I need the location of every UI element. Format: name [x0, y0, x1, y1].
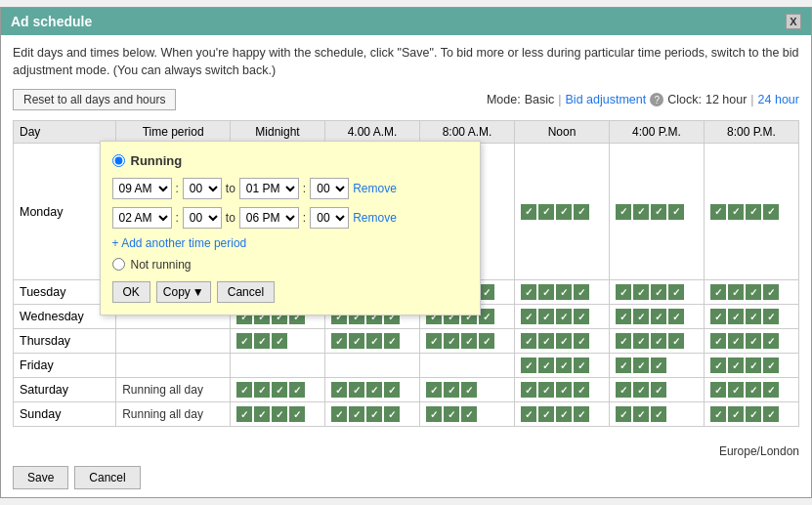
time-thursday[interactable] — [116, 329, 231, 354]
checks-wednesday-8pm — [704, 305, 798, 329]
cancel-popup-button[interactable]: Cancel — [217, 281, 275, 303]
mode-value: Basic — [525, 93, 555, 106]
close-button[interactable]: X — [786, 14, 801, 29]
checks-thursday-8pm — [704, 329, 798, 354]
table-row: Sunday Running all day — [14, 402, 799, 427]
clock-label: Clock: — [667, 93, 702, 106]
not-running-row: Not running — [112, 258, 468, 272]
description-text: Edit days and times below. When you're h… — [13, 45, 799, 79]
bottom-bar: Europe/London Save Cancel — [1, 437, 811, 497]
copy-dropdown-icon[interactable]: ▼ — [192, 285, 204, 299]
col-header-noon: Noon — [514, 121, 609, 144]
check-block — [556, 204, 572, 220]
table-row: Thursday — [14, 329, 799, 354]
time-row-1: 09 AM : 00 to 01 PM — [112, 178, 468, 199]
popup-title: Running — [112, 153, 468, 168]
check-block — [710, 204, 726, 220]
check-block — [668, 204, 684, 220]
checks-friday-4pm — [609, 354, 704, 378]
to-min-2-select[interactable]: 00 — [310, 207, 349, 229]
save-button[interactable]: Save — [13, 466, 68, 489]
table-row: Monday Running 09 AM — [14, 144, 799, 280]
schedule-table: Day Time period Midnight 4.00 A.M. 8:00 … — [13, 120, 799, 427]
from-hour-2-select[interactable]: 02 AM — [112, 207, 172, 229]
check-group — [616, 204, 698, 220]
mode-section: Mode: Basic | Bid adjustment ? Clock: 12… — [487, 93, 799, 106]
copy-label: Copy — [163, 285, 191, 299]
to-hour-1-select[interactable]: 01 PM — [239, 178, 299, 199]
ok-button[interactable]: OK — [112, 281, 150, 303]
time-monday[interactable]: Running 09 AM : 00 — [116, 144, 231, 280]
window-title: Ad schedule — [11, 14, 92, 29]
checks-saturday-4pm — [609, 378, 704, 402]
checks-wednesday-4pm — [609, 305, 704, 329]
checks-sunday-4pm — [609, 402, 704, 427]
check-block — [616, 204, 631, 220]
checks-wednesday-noon — [514, 305, 609, 329]
clock-24-link[interactable]: 24 hour — [758, 93, 799, 106]
cancel-button[interactable]: Cancel — [74, 466, 140, 489]
checks-monday-noon — [514, 144, 609, 280]
add-time-period-link[interactable]: + Add another time period — [112, 236, 468, 250]
checks-sunday-midnight — [231, 402, 325, 427]
checks-monday-4pm — [609, 144, 704, 280]
help-icon[interactable]: ? — [650, 93, 663, 106]
table-row: Friday — [14, 354, 799, 378]
checks-tuesday-noon — [514, 280, 609, 305]
toolbar: Reset to all days and hours Mode: Basic … — [13, 89, 799, 110]
from-min-2-select[interactable]: 00 — [183, 207, 222, 229]
checks-saturday-8pm — [704, 378, 798, 402]
remove-link-1[interactable]: Remove — [353, 182, 397, 195]
checks-friday-noon — [514, 354, 609, 378]
clock-12-label: 12 hour — [705, 93, 747, 106]
to-min-1-select[interactable]: 00 — [310, 178, 349, 199]
time-sunday[interactable]: Running all day — [116, 402, 231, 427]
not-running-radio[interactable] — [112, 258, 125, 271]
from-hour-1-select[interactable]: 09 AM — [112, 178, 172, 199]
check-block — [521, 204, 536, 220]
colon-1: : — [176, 182, 179, 195]
table-wrapper: Day Time period Midnight 4.00 A.M. 8:00 … — [13, 120, 799, 427]
from-min-1-select[interactable]: 00 — [183, 178, 222, 199]
check-block — [633, 204, 649, 220]
day-friday: Friday — [14, 354, 116, 378]
checks-sunday-8pm — [704, 402, 798, 427]
time-popup: Running 09 AM : 00 — [100, 141, 481, 316]
checks-saturday-noon — [514, 378, 609, 402]
running-label: Running — [131, 153, 183, 168]
check-block — [763, 204, 779, 220]
remove-link-2[interactable]: Remove — [353, 211, 397, 225]
running-radio[interactable] — [112, 154, 125, 167]
check-group — [710, 204, 792, 220]
colon-2: : — [303, 182, 306, 195]
time-row-2: 02 AM : 00 to 06 PM — [112, 207, 468, 229]
checks-monday-8pm — [704, 144, 798, 280]
checks-thursday-noon — [514, 329, 609, 354]
main-content: Edit days and times below. When you're h… — [1, 35, 811, 437]
bid-adjustment-link[interactable]: Bid adjustment — [566, 93, 647, 106]
to-hour-2-select[interactable]: 06 PM — [239, 207, 299, 229]
reset-button[interactable]: Reset to all days and hours — [13, 89, 176, 110]
colon-4: : — [303, 211, 306, 225]
checks-saturday-8am — [420, 378, 515, 402]
day-sunday: Sunday — [14, 402, 116, 427]
time-saturday[interactable]: Running all day — [116, 378, 231, 402]
timezone-label: Europe/London — [719, 444, 799, 458]
time-friday[interactable] — [116, 354, 231, 378]
ad-schedule-window: Ad schedule X Edit days and times below.… — [0, 7, 812, 498]
copy-button[interactable]: Copy ▼ — [156, 281, 211, 303]
check-block — [538, 204, 554, 220]
clock-separator: | — [750, 93, 753, 106]
checks-friday-4am — [325, 354, 420, 378]
to-label-2: to — [226, 211, 235, 225]
checks-sunday-noon — [514, 402, 609, 427]
day-thursday: Thursday — [14, 329, 116, 354]
to-label-1: to — [226, 182, 235, 195]
col-header-4pm: 4:00 P.M. — [609, 121, 704, 144]
checks-saturday-midnight — [231, 378, 325, 402]
checks-friday-8am — [420, 354, 515, 378]
col-header-8pm: 8:00 P.M. — [704, 121, 798, 144]
checks-saturday-4am — [325, 378, 420, 402]
checks-sunday-4am — [325, 402, 420, 427]
checks-thursday-midnight — [231, 329, 325, 354]
